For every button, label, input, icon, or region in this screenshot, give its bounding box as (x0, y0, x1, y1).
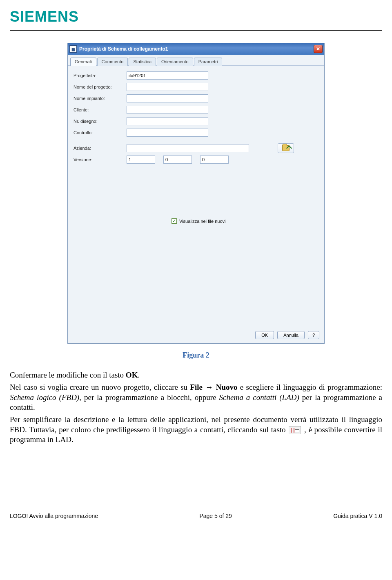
input-nome-progetto[interactable] (127, 83, 208, 91)
tab-generali[interactable]: Generali (70, 58, 96, 66)
convert-lad-icon (289, 426, 301, 434)
input-versione-patch[interactable] (200, 156, 229, 164)
siemens-logo: SIEMENS (10, 8, 382, 25)
footer-left: LOGO! Avvio alla programmazione (10, 513, 98, 519)
label-versione: Versione: (74, 157, 127, 162)
input-versione-minor[interactable] (163, 156, 192, 164)
browse-button[interactable] (278, 143, 294, 153)
input-cliente[interactable] (127, 106, 208, 114)
label-controllo: Controllo: (74, 130, 127, 135)
label-nome-impianto: Nome impianto: (74, 96, 127, 101)
dialog-button-bar: OK Annulla ? (255, 331, 319, 339)
page-footer: LOGO! Avvio alla programmazione Page 5 o… (0, 510, 392, 527)
input-nr-disegno[interactable] (127, 117, 208, 125)
checkbox-row[interactable]: ✓ Visualizza nei file nuovi (172, 218, 319, 224)
input-azienda[interactable] (127, 144, 249, 152)
tab-panel-generali: Progettista: Nome del progetto: Nome imp… (68, 66, 324, 343)
label-cliente: Cliente: (74, 107, 127, 112)
properties-dialog: ▦ Proprietà di Schema di collegamento1 ✕… (67, 43, 325, 344)
dialog-tabs: Generali Commento Statistica Orientament… (68, 55, 324, 66)
paragraph-3: Per semplificare la descrizione e la let… (10, 415, 382, 444)
cancel-button[interactable]: Annulla (277, 331, 305, 339)
label-progettista: Progettista: (74, 73, 127, 78)
input-progettista[interactable] (127, 71, 208, 80)
dialog-app-icon: ▦ (69, 45, 77, 53)
label-nome-progetto: Nome del progetto: (74, 84, 127, 89)
close-icon[interactable]: ✕ (314, 45, 323, 53)
tab-parametri[interactable]: Parametri (194, 58, 223, 66)
folder-open-icon (282, 145, 290, 151)
label-azienda: Azienda: (74, 146, 127, 151)
input-controllo[interactable] (127, 129, 208, 137)
checkbox-label: Visualizza nei file nuovi (179, 219, 226, 224)
dialog-titlebar: ▦ Proprietà di Schema di collegamento1 ✕ (68, 43, 324, 55)
tab-orientamento[interactable]: Orientamento (157, 58, 193, 66)
label-nr-disegno: Nr. disegno: (74, 119, 127, 124)
tab-commento[interactable]: Commento (97, 58, 128, 66)
help-button[interactable]: ? (308, 331, 319, 339)
ok-button[interactable]: OK (255, 331, 274, 339)
header-rule (10, 30, 382, 31)
input-nome-impianto[interactable] (127, 94, 208, 102)
input-versione-major[interactable] (127, 156, 155, 164)
paragraph-2: Nel caso si voglia creare un nuovo proge… (10, 382, 382, 412)
figure-caption: Figura 2 (10, 351, 382, 360)
footer-right: Guida pratica V 1.0 (333, 513, 382, 519)
tab-statistica[interactable]: Statistica (129, 58, 156, 66)
paragraph-1: Confermare le modifiche con il tasto OK. (10, 370, 382, 380)
dialog-title: Proprietà di Schema di collegamento1 (79, 46, 168, 52)
checkbox-visualizza[interactable]: ✓ (172, 218, 177, 224)
footer-center: Page 5 of 29 (199, 513, 232, 519)
